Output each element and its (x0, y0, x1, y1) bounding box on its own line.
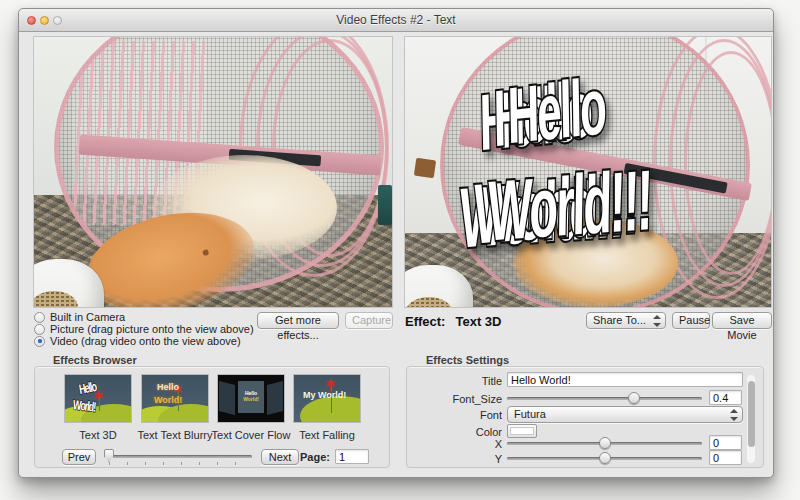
minimize-button[interactable] (40, 16, 49, 25)
radio-label: Built in Camera (50, 311, 125, 323)
radio-label: Video (drag video onto the view above) (50, 335, 241, 347)
slider-ticks (109, 462, 251, 465)
font-label: Font (407, 409, 502, 421)
font-popup[interactable]: Futura (507, 406, 743, 423)
y-input[interactable] (709, 450, 742, 465)
color-well[interactable] (507, 424, 537, 438)
get-more-effects-button[interactable]: Get more effects... (257, 312, 339, 329)
page-label: Page: (275, 451, 330, 463)
wheel-rim-ring (684, 51, 771, 275)
radio-label: Picture (drag picture onto the view abov… (50, 323, 254, 335)
effect-name: Text 3D (455, 314, 501, 329)
thumb-caption: Text Text Blurry (135, 429, 215, 441)
coverflow-center-panel: Hello World! (238, 381, 264, 413)
slider-thumb[interactable] (599, 452, 611, 464)
x-label: X (407, 438, 502, 450)
text3d-front: World!!! (487, 150, 652, 261)
radio-icon (34, 336, 45, 347)
effect-thumb-text-3d[interactable]: Hello World! (65, 375, 131, 422)
zoom-button[interactable] (53, 16, 62, 25)
browser-page-slider[interactable] (106, 455, 252, 458)
effects-browser-title: Effects Browser (53, 354, 137, 366)
y-label: Y (407, 453, 502, 465)
scrollbar-thumb[interactable] (748, 381, 755, 447)
save-movie-button[interactable]: Save Movie (712, 312, 772, 329)
window-title: Video Effects #2 - Text (336, 13, 455, 27)
page-input[interactable] (335, 449, 369, 464)
effects-settings-panel: Title Font_Size Font Futura Color X Y (406, 366, 764, 468)
y-slider[interactable] (507, 457, 702, 460)
flower-stem (99, 397, 100, 411)
titlebar[interactable]: Video Effects #2 - Text (19, 9, 773, 32)
x-input[interactable] (709, 435, 742, 450)
pause-button[interactable]: Pause (672, 312, 710, 329)
effect-label: Effect: (405, 314, 445, 329)
color-swatch (510, 427, 534, 435)
effect-thumb-text-cover-flow[interactable]: Hello World! (218, 375, 284, 422)
thumb-caption: Text Cover Flow (211, 429, 291, 441)
share-to-popup[interactable]: Share To... (586, 312, 666, 329)
coverflow-side-panel (267, 381, 283, 415)
effect-thumb-text-text-blurry[interactable]: Hello World! (142, 375, 208, 422)
popup-stepper-icon (653, 315, 661, 327)
wheel-mount (414, 158, 436, 179)
thumb-caption: Text Falling (287, 429, 367, 441)
font-size-input[interactable] (709, 390, 742, 405)
capture-button[interactable]: Capture (345, 312, 393, 329)
share-to-label: Share To... (593, 314, 646, 326)
radio-built-in-camera[interactable]: Built in Camera (34, 311, 125, 323)
effect-heading: Effect:Text 3D (405, 314, 501, 329)
radio-icon (34, 312, 45, 323)
slider-thumb[interactable] (599, 437, 611, 449)
popup-stepper-icon (730, 409, 738, 421)
font-size-slider[interactable] (507, 397, 702, 400)
thumb-3d-text: Hello (78, 379, 97, 397)
radio-icon (34, 324, 45, 335)
font-size-label: Font_Size (407, 393, 502, 405)
font-popup-value: Futura (514, 408, 546, 420)
x-slider[interactable] (507, 442, 702, 445)
prev-button[interactable]: Prev (62, 449, 96, 465)
slider-thumb[interactable] (628, 392, 640, 404)
title-label: Title (407, 375, 502, 387)
effects-settings-title: Effects Settings (426, 354, 509, 366)
hamster-eye (202, 249, 209, 256)
effect-thumb-text-falling[interactable]: My World! (294, 375, 360, 422)
thumb-caption: Text 3D (58, 429, 138, 441)
seeds (34, 291, 78, 307)
close-button[interactable] (27, 16, 36, 25)
radio-picture[interactable]: Picture (drag picture onto the view abov… (34, 323, 254, 335)
effect-video-preview: Hello Hello Hello World!!! World!!! Worl… (405, 37, 771, 307)
thumb-3d-text: World! (72, 397, 96, 414)
source-video-preview[interactable] (34, 37, 392, 307)
text3d-front: Hello (507, 61, 606, 162)
coverflow-side-panel (219, 381, 235, 415)
color-label: Color (407, 426, 502, 438)
cage-accessory (378, 185, 392, 225)
seeds (405, 297, 453, 307)
radio-video[interactable]: Video (drag video onto the view above) (34, 335, 241, 347)
slider-thumb[interactable] (104, 449, 114, 462)
thumb-blurry-text: World! (154, 395, 182, 405)
effects-browser-panel: Hello World! Hello World! Hello World! M… (34, 366, 390, 468)
app-window: Video Effects #2 - Text Hello Hello Hell… (18, 8, 774, 478)
title-input[interactable] (507, 372, 743, 387)
coverflow-text: World! (243, 396, 259, 402)
thumb-blurry-text: Hello (157, 382, 179, 392)
thumb-falling-text: My World! (303, 390, 346, 400)
settings-scrollbar[interactable] (747, 375, 755, 463)
